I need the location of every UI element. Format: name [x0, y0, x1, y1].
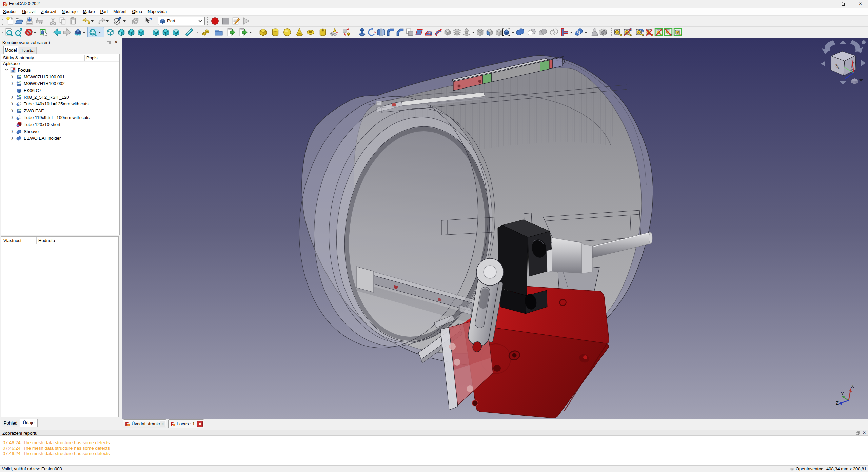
svg-text:X: X — [851, 383, 854, 389]
svg-text:Z: Z — [836, 400, 839, 406]
svg-text:Y: Y — [841, 391, 844, 396]
